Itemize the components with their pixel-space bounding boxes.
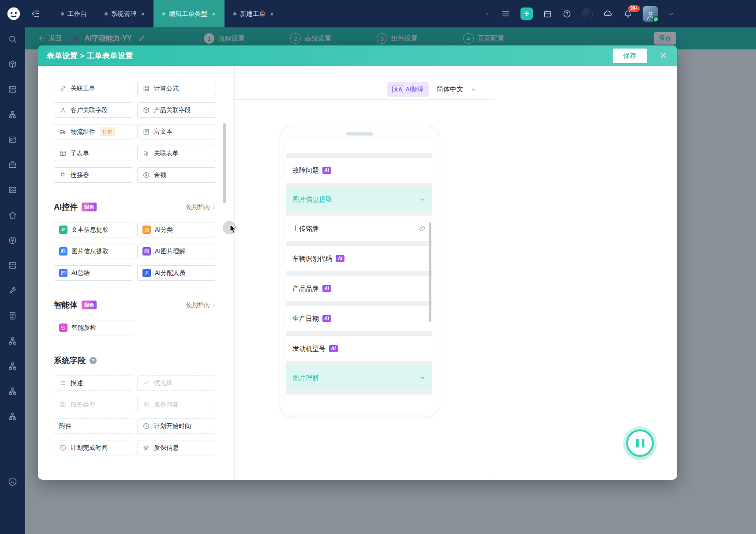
field-related-form[interactable]: 关联表单	[137, 146, 216, 161]
search-icon[interactable]	[8, 34, 17, 44]
field-attachment[interactable]: 附件	[54, 418, 133, 434]
palette-scrollbar[interactable]	[223, 123, 226, 203]
translate-icon: 文A	[392, 86, 403, 93]
chevron-down-icon[interactable]	[419, 374, 426, 381]
module-org-icon[interactable]	[8, 336, 17, 346]
module-org-icon[interactable]	[8, 110, 17, 119]
chevron-down-icon[interactable]	[419, 196, 426, 203]
field-ai-summary[interactable]: AI总结	[54, 265, 133, 281]
field-ai-image-understand[interactable]: AI图片理解	[137, 244, 216, 259]
field-formula[interactable]: 计算公式	[137, 81, 216, 96]
basic-fields-grid: 关联工单 计算公式 客户关联字段 产品关联字段 物流组件 付费	[54, 81, 216, 183]
chevron-down-icon[interactable]	[668, 11, 674, 17]
field-ai-assign[interactable]: AI分配人员	[137, 265, 216, 281]
module-idcard-icon[interactable]	[8, 185, 17, 195]
field-product-related[interactable]: 产品关联字段	[137, 102, 216, 118]
recording-pause-button[interactable]	[626, 429, 654, 457]
module-tools-icon[interactable]	[8, 286, 17, 295]
ai-fields-grid: 文本信息提取 AI分类 图片信息提取 AI图片理解 AI总结	[54, 222, 216, 281]
module-org-icon[interactable]	[8, 412, 17, 421]
field-planned-finish[interactable]: 计划完成时间	[54, 440, 133, 455]
tab-system-admin[interactable]: 系统管理 ×	[96, 0, 154, 27]
collapse-sidebar-icon[interactable]	[31, 9, 41, 19]
module-home-icon[interactable]	[8, 211, 17, 220]
tab-status-dot	[105, 12, 108, 15]
module-box-icon[interactable]	[8, 60, 17, 69]
tab-edit-ticket-type[interactable]: 编辑工单类型 ×	[153, 0, 225, 27]
user-avatar[interactable]	[643, 6, 658, 22]
calendar-icon[interactable]	[543, 9, 552, 19]
notifications-bell[interactable]: 99+	[623, 9, 632, 19]
cloud-download-icon[interactable]	[603, 9, 613, 19]
clock-icon	[59, 444, 67, 451]
field-richtext[interactable]: 富文本	[137, 124, 216, 139]
save-button[interactable]: 保存	[613, 49, 647, 63]
link-icon	[59, 85, 67, 92]
app-logo[interactable]	[4, 4, 23, 23]
richtext-icon	[142, 128, 150, 135]
close-icon[interactable]	[659, 52, 667, 60]
field-logistics[interactable]: 物流组件 付费	[54, 124, 133, 139]
support-smile-icon[interactable]	[7, 477, 18, 487]
ai-translate-button[interactable]: 文A AI翻译	[387, 82, 429, 97]
preview-scrollbar[interactable]	[429, 222, 431, 322]
module-package-icon[interactable]	[8, 85, 17, 94]
phone-screen: 故障问题 AI 图片信息提取 上传铭牌 车辆识别代码 AI	[286, 141, 432, 411]
preview-group-image-understand[interactable]: 图片理解	[286, 366, 432, 389]
module-org-icon[interactable]	[8, 387, 17, 396]
create-new-button[interactable]: +	[520, 8, 533, 20]
field-image-extract[interactable]: 图片信息提取	[54, 244, 133, 259]
close-tab-icon[interactable]: ×	[212, 10, 216, 18]
field-customer-related[interactable]: 客户关联字段	[54, 102, 133, 118]
quality-shield-icon	[59, 323, 67, 332]
field-amount[interactable]: 金额	[137, 167, 216, 183]
preview-field-vin[interactable]: 车辆识别代码 AI	[286, 246, 432, 271]
field-text-extract[interactable]: 文本信息提取	[54, 222, 133, 237]
module-card-icon[interactable]	[8, 135, 17, 144]
close-tab-icon[interactable]: ×	[141, 10, 145, 18]
paperclip-icon[interactable]	[419, 225, 426, 233]
menu-icon[interactable]	[501, 9, 510, 19]
assistant-orb-icon[interactable]	[582, 8, 593, 19]
trend-icon	[142, 379, 150, 387]
ai-badge: AI	[322, 167, 331, 174]
usage-guide-link[interactable]: 使用指南	[186, 203, 216, 211]
field-label: 故障问题	[292, 166, 319, 175]
module-org-icon[interactable]	[8, 361, 17, 371]
ai-badge: AI	[322, 315, 331, 322]
field-planned-start[interactable]: 计划开始时间	[137, 418, 216, 434]
preview-group-image-extract[interactable]: 图片信息提取	[286, 188, 432, 211]
preview-field-fault-question[interactable]: 故障问题 AI	[286, 158, 432, 183]
image-understand-icon	[142, 247, 151, 256]
preview-field-engine-model[interactable]: 发动机型号 AI	[286, 336, 432, 361]
field-priority: 优先级	[137, 375, 216, 391]
module-doc-icon[interactable]	[8, 311, 17, 320]
module-finance-icon[interactable]	[8, 236, 17, 245]
language-select[interactable]: 简体中文	[437, 82, 477, 97]
field-description[interactable]: 描述	[54, 375, 133, 391]
field-related-ticket[interactable]: 关联工单	[54, 81, 133, 96]
tab-status-dot	[162, 12, 165, 15]
field-label: 关联工单	[71, 85, 95, 93]
grid-icon	[59, 401, 67, 408]
preview-field-upload-nameplate[interactable]: 上传铭牌	[286, 216, 432, 241]
preview-field-production-date[interactable]: 生产日期 AI	[286, 306, 432, 331]
tab-new-ticket[interactable]: 新建工单 ×	[225, 0, 283, 27]
preview-field-product-brand[interactable]: 产品品牌 AI	[286, 276, 432, 301]
field-smart-qc[interactable]: 智能质检	[54, 320, 133, 335]
close-tab-icon[interactable]: ×	[270, 10, 274, 18]
help-icon[interactable]: ?	[90, 357, 97, 364]
help-icon[interactable]	[562, 9, 572, 19]
module-briefcase-icon[interactable]	[8, 160, 17, 169]
field-warranty-info[interactable]: 质保信息	[137, 440, 216, 455]
chevron-down-icon	[471, 86, 477, 93]
field-label: AI分配人员	[155, 269, 185, 277]
module-server-icon[interactable]	[8, 261, 17, 270]
usage-guide-link[interactable]: 使用指南	[186, 301, 216, 309]
field-subform[interactable]: 子表单	[54, 146, 133, 161]
field-ai-classify[interactable]: AI分类	[137, 222, 216, 237]
field-palette: 关联工单 计算公式 客户关联字段 产品关联字段 物流组件 付费	[54, 81, 216, 455]
tab-workbench[interactable]: 工作台	[52, 0, 96, 27]
field-connector[interactable]: 连接器	[54, 167, 133, 183]
chevron-down-icon[interactable]	[484, 11, 491, 17]
